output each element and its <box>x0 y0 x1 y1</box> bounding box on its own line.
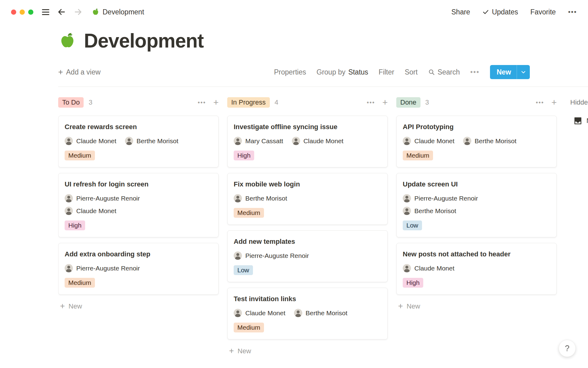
board-column: In Progress 4 ••• + Investigate offline … <box>227 96 388 355</box>
share-button[interactable]: Share <box>451 8 470 16</box>
assignee-name: Claude Monet <box>76 207 116 215</box>
assignee: Claude Monet <box>292 137 344 145</box>
page-header: Development <box>58 29 588 52</box>
window-topbar: Development Share Updates Favorite ••• <box>0 0 588 24</box>
properties-button[interactable]: Properties <box>274 68 306 76</box>
updates-button[interactable]: Updates <box>482 8 518 16</box>
assignee-name: Claude Monet <box>414 265 454 272</box>
breadcrumb[interactable]: Development <box>92 8 144 16</box>
kanban-card[interactable]: Add extra onboarding step Pierre-Auguste… <box>58 243 219 295</box>
column-add-icon[interactable]: + <box>551 98 557 107</box>
assignee-row: Pierre-Auguste Renoir <box>65 194 212 202</box>
card-title: Investigate offline syncing issue <box>234 122 337 132</box>
hidden-group-item[interactable]: N <box>565 116 588 125</box>
avatar <box>403 264 411 272</box>
column-new-button[interactable]: + New <box>396 302 557 310</box>
search-icon <box>428 69 435 75</box>
zoom-window-button[interactable] <box>28 10 33 15</box>
plus-icon: + <box>58 67 63 77</box>
kanban-card[interactable]: UI refresh for login screen Pierre-Augus… <box>58 173 219 237</box>
card-title: API Prototyping <box>403 122 454 132</box>
column-new-button[interactable]: + New <box>227 347 388 355</box>
avatar <box>65 137 73 145</box>
kanban-card[interactable]: Update screen UI Pierre-Auguste Renoir B… <box>396 173 557 237</box>
kanban-card[interactable]: Investigate offline syncing issue Mary C… <box>227 116 388 167</box>
assignee-name: Pierre-Auguste Renoir <box>76 195 140 202</box>
column-cards: Investigate offline syncing issue Mary C… <box>227 116 388 339</box>
new-button-dropdown[interactable] <box>517 69 530 75</box>
kanban-card[interactable]: Create rewards screen Claude Monet Berth… <box>58 116 219 167</box>
card-assignees: Claude Monet Berthe Morisot <box>234 309 381 317</box>
group-by-button[interactable]: Group by Status <box>317 68 368 76</box>
add-view-label: Add a view <box>66 68 101 76</box>
priority-badge: Low <box>403 220 422 230</box>
priority-badge: High <box>65 220 85 230</box>
more-options-icon[interactable]: ••• <box>568 8 577 16</box>
help-button[interactable]: ? <box>559 340 576 357</box>
back-arrow-icon[interactable] <box>57 8 66 16</box>
toolbar-actions: Properties Group by Status Filter Sort S… <box>274 65 530 79</box>
card-title: Add extra onboarding step <box>65 249 150 259</box>
close-window-button[interactable] <box>11 10 16 15</box>
column-name-badge[interactable]: In Progress <box>227 97 270 108</box>
priority-badge: High <box>403 278 423 288</box>
card-assignees: Mary Cassatt Claude Monet <box>234 137 381 145</box>
add-view-button[interactable]: + Add a view <box>58 67 100 77</box>
column-name-badge[interactable]: To Do <box>58 97 84 108</box>
column-more-icon[interactable]: ••• <box>198 99 206 106</box>
column-add-icon[interactable]: + <box>213 98 219 107</box>
traffic-lights <box>11 10 33 15</box>
card-assignees: Pierre-Auguste Renoir Berthe Morisot <box>403 194 550 215</box>
column-header: To Do 3 ••• + <box>58 96 219 109</box>
favorite-button[interactable]: Favorite <box>530 8 556 16</box>
avatar <box>403 137 411 145</box>
inbox-icon <box>573 116 582 125</box>
assignee-name: Claude Monet <box>76 137 116 145</box>
avatar <box>234 194 242 202</box>
plus-icon: + <box>60 302 65 310</box>
column-new-button[interactable]: + New <box>58 302 219 310</box>
kanban-card[interactable]: Add new templates Pierre-Auguste Renoir … <box>227 230 388 282</box>
assignee: Claude Monet <box>234 309 285 317</box>
new-button[interactable]: New <box>490 65 530 79</box>
assignee-name: Berthe Morisot <box>137 137 179 145</box>
kanban-card[interactable]: Fix mobile web login Berthe Morisot Medi… <box>227 173 388 225</box>
forward-arrow-icon[interactable] <box>74 8 82 16</box>
column-more-icon[interactable]: ••• <box>536 99 544 106</box>
kanban-card[interactable]: Test invitation links Claude Monet Berth… <box>227 288 388 339</box>
column-new-label: New <box>407 302 420 310</box>
sidebar-menu-icon[interactable] <box>42 9 49 15</box>
assignee-name: Claude Monet <box>303 137 344 145</box>
minimize-window-button[interactable] <box>20 10 25 15</box>
board-column: Done 3 ••• + API Prototyping Claude Mone… <box>396 96 557 310</box>
column-name-badge[interactable]: Done <box>396 97 420 108</box>
card-title: Fix mobile web login <box>234 179 300 189</box>
green-apple-icon[interactable] <box>58 32 77 50</box>
board-column: To Do 3 ••• + Create rewards screen Clau… <box>58 96 219 310</box>
view-more-icon[interactable]: ••• <box>470 68 480 76</box>
search-button[interactable]: Search <box>428 68 460 76</box>
column-add-icon[interactable]: + <box>382 98 388 107</box>
priority-badge: Medium <box>403 151 433 160</box>
sort-button[interactable]: Sort <box>405 68 417 76</box>
filter-button[interactable]: Filter <box>379 68 394 76</box>
column-more-icon[interactable]: ••• <box>367 99 375 106</box>
column-cards: Create rewards screen Claude Monet Berth… <box>58 116 219 295</box>
assignee: Berthe Morisot <box>294 309 348 317</box>
assignee-name: Pierre-Auguste Renoir <box>414 195 478 202</box>
kanban-card[interactable]: New posts not attached to header Claude … <box>396 243 557 295</box>
assignee: Berthe Morisot <box>463 137 517 145</box>
assignee-name: Pierre-Auguste Renoir <box>245 252 309 259</box>
assignee: Claude Monet <box>65 137 116 145</box>
kanban-card[interactable]: API Prototyping Claude Monet Berthe Mori… <box>396 116 557 167</box>
card-assignees: Pierre-Auguste Renoir <box>234 251 381 260</box>
assignee: Berthe Morisot <box>403 207 456 215</box>
assignee-row: Claude Monet Berthe Morisot <box>65 137 212 145</box>
green-apple-icon <box>92 8 100 16</box>
card-assignees: Berthe Morisot <box>234 194 381 202</box>
assignee-row: Claude Monet <box>65 207 212 215</box>
card-assignees: Claude Monet Berthe Morisot <box>403 137 550 145</box>
assignee: Pierre-Auguste Renoir <box>65 194 140 202</box>
card-title: Test invitation links <box>234 294 296 304</box>
priority-badge: High <box>234 151 254 160</box>
